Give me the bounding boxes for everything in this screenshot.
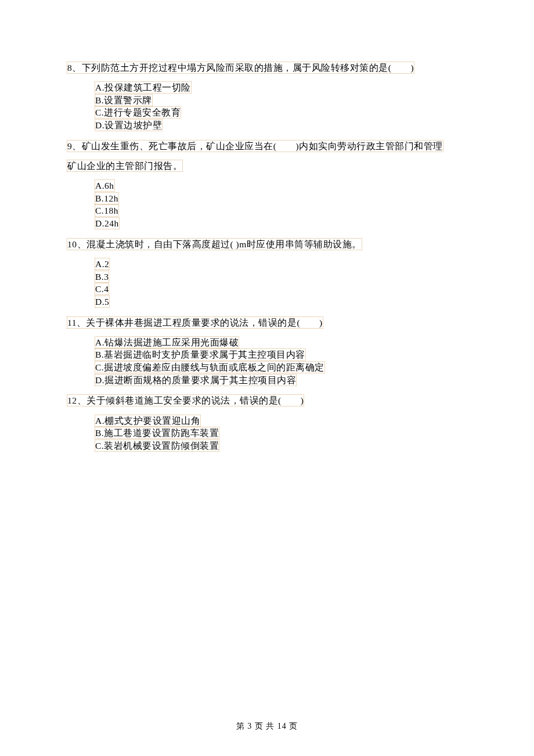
question-8-option-a: A.投保建筑工程一切险: [95, 81, 192, 93]
question-10: 10、混凝土浇筑时，自由下落高度超过( )m时应使用串筒等辅助设施。 A.2 B…: [67, 235, 467, 308]
question-12-option-c: C.装岩机械要设置防倾倒装置: [95, 440, 219, 452]
question-10-option-b: B.3: [95, 271, 109, 283]
question-9-options: A.6h B.12h C.18h D.24h: [67, 179, 467, 230]
question-10-stem: 10、混凝土浇筑时，自由下落高度超过( )m时应使用串筒等辅助设施。: [67, 238, 362, 250]
question-8-text: 8、下列防范土方开挖过程中塌方风险而采取的措施，属于风险转移对策的是( ): [67, 58, 467, 78]
question-12: 12、关于倾斜巷道施工安全要求的说法，错误的是( ) A.棚式支护要设置迎山角 …: [67, 391, 467, 452]
question-12-text: 12、关于倾斜巷道施工安全要求的说法，错误的是( ): [67, 391, 467, 411]
question-9-option-a: A.6h: [95, 179, 115, 192]
footer-middle: 页 共: [252, 722, 277, 730]
question-10-option-a: A.2: [95, 258, 110, 270]
question-9-stem-line2: 矿山企业的主管部门报告。: [67, 160, 183, 172]
question-11-option-b: B.基岩掘进临时支护质量要求属于其主控项目内容: [95, 348, 306, 361]
footer-total-pages: 14: [277, 722, 287, 730]
footer-prefix: 第: [236, 722, 248, 730]
question-9-option-b: B.12h: [95, 192, 119, 204]
question-11: 11、关于裸体井巷掘进工程质量要求的说法，错误的是( ) A.钻爆法掘进施工应采…: [67, 313, 467, 387]
question-11-options: A.钻爆法掘进施工应采用光面爆破 B.基岩掘进临时支护质量要求属于其主控项目内容…: [67, 336, 467, 387]
question-9-text: 9、矿山发生重伤、死亡事故后，矿山企业应当在( )内如实向劳动行政主管部门和管理…: [67, 136, 467, 176]
question-11-option-c: C.掘进坡度偏差应由腰线与轨面或底板之间的距离确定: [95, 361, 325, 373]
question-10-options: A.2 B.3 C.4 D.5: [67, 258, 467, 308]
question-12-stem: 12、关于倾斜巷道施工安全要求的说法，错误的是( ): [67, 394, 304, 406]
question-12-option-a: A.棚式支护要设置迎山角: [95, 415, 201, 427]
question-10-option-d: D.5: [95, 296, 110, 308]
question-8-stem: 8、下列防范土方开挖过程中塌方风险而采取的措施，属于风险转移对策的是( ): [67, 62, 414, 74]
question-11-stem: 11、关于裸体井巷掘进工程质量要求的说法，错误的是( ): [67, 316, 323, 329]
question-8-options: A.投保建筑工程一切险 B.设置警示牌 C.进行专题安全教育 D.设置边坡护壁: [67, 81, 467, 132]
question-8: 8、下列防范土方开挖过程中塌方风险而采取的措施，属于风险转移对策的是( ) A.…: [67, 58, 467, 132]
question-10-option-c: C.4: [95, 283, 109, 295]
footer-suffix: 页: [287, 722, 298, 730]
page-footer: 第 3 页 共 14 页: [0, 721, 534, 732]
question-11-option-d: D.掘进断面规格的质量要求属于其主控项目内容: [95, 374, 297, 386]
question-11-text: 11、关于裸体井巷掘进工程质量要求的说法，错误的是( ): [67, 313, 467, 333]
question-9-option-c: C.18h: [95, 204, 119, 217]
question-8-option-c: C.进行专题安全教育: [95, 106, 181, 118]
page-body: 8、下列防范土方开挖过程中塌方风险而采取的措施，属于风险转移对策的是( ) A.…: [0, 0, 534, 492]
question-9: 9、矿山发生重伤、死亡事故后，矿山企业应当在( )内如实向劳动行政主管部门和管理…: [67, 136, 467, 230]
question-9-stem-line1: 9、矿山发生重伤、死亡事故后，矿山企业应当在( )内如实向劳动行政主管部门和管理: [67, 140, 443, 152]
question-8-option-b: B.设置警示牌: [95, 94, 153, 106]
question-8-option-d: D.设置边坡护壁: [95, 119, 163, 131]
question-11-option-a: A.钻爆法掘进施工应采用光面爆破: [95, 336, 239, 348]
question-9-option-d: D.24h: [95, 217, 120, 229]
question-12-option-b: B.施工巷道要设置防跑车装置: [95, 427, 219, 439]
question-10-text: 10、混凝土浇筑时，自由下落高度超过( )m时应使用串筒等辅助设施。: [67, 235, 467, 254]
question-12-options: A.棚式支护要设置迎山角 B.施工巷道要设置防跑车装置 C.装岩机械要设置防倾倒…: [67, 415, 467, 452]
